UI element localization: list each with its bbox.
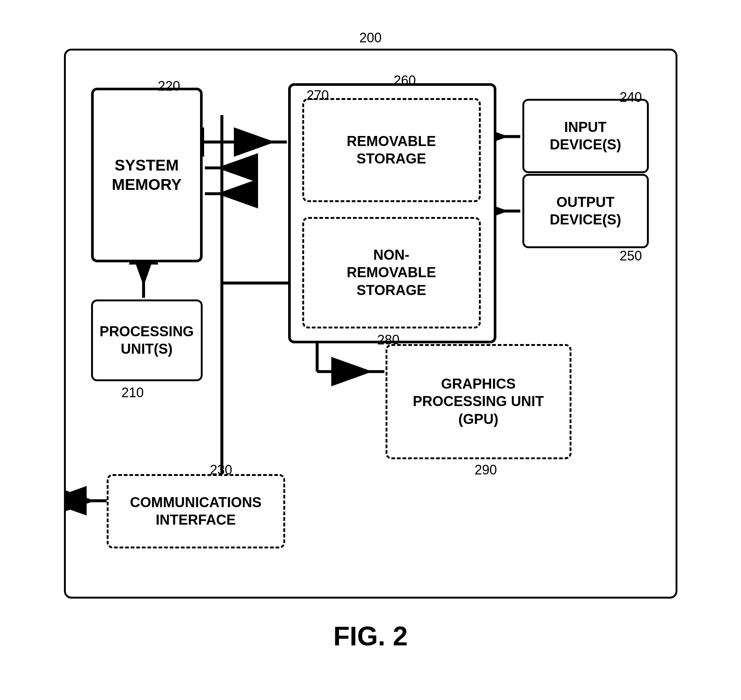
processing-unit-label: PROCESSING UNIT(S) — [100, 323, 194, 358]
ref-290: 290 — [475, 462, 497, 478]
input-device-label: INPUT DEVICE(S) — [549, 119, 621, 154]
ref-240: 240 — [620, 90, 642, 105]
gpu-block: GRAPHICS PROCESSING UNIT (GPU) — [386, 344, 572, 459]
communications-interface-block: COMMUNICATIONS INTERFACE — [107, 474, 285, 549]
output-device-block: OUTPUT DEVICE(S) — [522, 174, 649, 248]
ref-270: 270 — [307, 88, 329, 103]
ref-220: 220 — [158, 78, 180, 94]
system-memory-block: SYSTEM MEMORY — [91, 88, 203, 262]
processing-unit-block: PROCESSING UNIT(S) — [91, 300, 203, 381]
removable-storage-block: REMOVABLE STORAGE — [302, 98, 481, 202]
ref-230: 230 — [210, 462, 232, 478]
fig-label: FIG. 2 — [333, 621, 408, 651]
output-device-label: OUTPUT DEVICE(S) — [549, 194, 621, 229]
ref-210: 210 — [122, 385, 144, 400]
ref-200: 200 — [359, 30, 382, 46]
ref-250: 250 — [620, 248, 642, 264]
non-removable-storage-label: NON- REMOVABLE STORAGE — [347, 246, 436, 300]
outer-boundary-box: 200 — [64, 49, 678, 599]
diagram-container: 200 — [55, 49, 687, 651]
system-memory-label: SYSTEM MEMORY — [112, 156, 181, 195]
communications-interface-label: COMMUNICATIONS INTERFACE — [130, 494, 262, 529]
input-device-block: INPUT DEVICE(S) — [522, 99, 649, 173]
removable-storage-label: REMOVABLE STORAGE — [347, 132, 436, 168]
gpu-label: GRAPHICS PROCESSING UNIT (GPU) — [413, 375, 544, 428]
non-removable-storage-block: NON- REMOVABLE STORAGE — [302, 217, 481, 328]
ref-260: 260 — [394, 73, 416, 88]
